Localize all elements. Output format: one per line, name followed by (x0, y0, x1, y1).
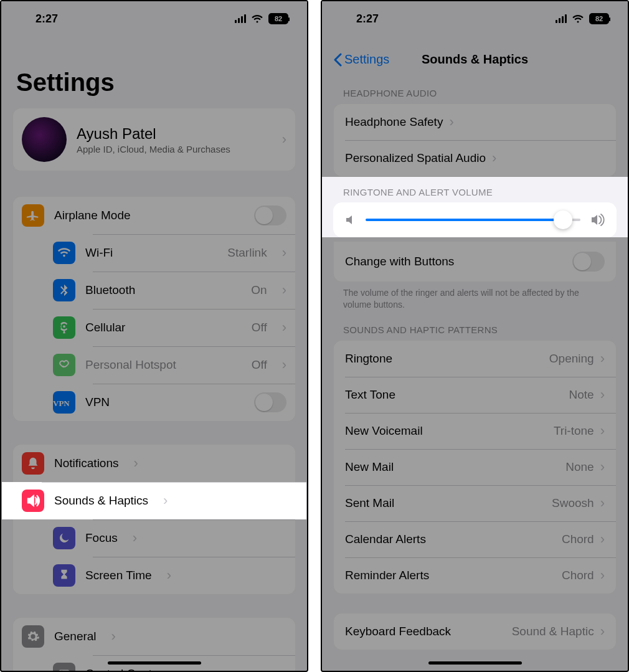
row-label: Airplane Mode (54, 209, 131, 222)
chevron-right-icon: › (111, 628, 116, 645)
chevron-right-icon: › (600, 531, 605, 547)
wifi-icon (572, 14, 584, 24)
row-label: Headphone Safety (345, 115, 443, 129)
switches-icon (53, 663, 75, 672)
hourglass-icon (53, 564, 75, 587)
row-new-voicemail[interactable]: New VoicemailTri-tone› (334, 413, 616, 449)
row-value: None (565, 460, 594, 474)
change-buttons-footer: The volume of the ringer and alerts will… (322, 282, 628, 311)
toggle[interactable] (254, 206, 286, 225)
chevron-right-icon: › (167, 567, 171, 584)
volume-high-icon (590, 214, 605, 226)
row-personalized-spatial-audio[interactable]: Personalized Spatial Audio› (334, 140, 616, 176)
chevron-right-icon: › (600, 423, 605, 439)
bell-icon (22, 452, 44, 475)
antenna-icon (53, 316, 75, 339)
row-headphone-safety[interactable]: Headphone Safety› (334, 104, 616, 140)
toggle[interactable] (254, 392, 286, 412)
chevron-right-icon: › (282, 319, 286, 336)
connectivity-group: Airplane ModeWi-FiStarlink›BluetoothOn›C… (12, 196, 296, 422)
chevron-right-icon: › (600, 351, 605, 367)
settings-row-personal-hotspot[interactable]: Personal HotspotOff› (53, 346, 295, 384)
chevron-right-icon: › (163, 493, 168, 509)
row-reminder-alerts[interactable]: Reminder AlertsChord› (334, 557, 616, 594)
chevron-right-icon: › (600, 387, 605, 403)
settings-row-cellular[interactable]: CellularOff› (53, 309, 295, 346)
system-group: Notifications›Sounds & Haptics›Focus›Scr… (12, 444, 296, 595)
row-label: New Mail (345, 460, 394, 474)
row-value: Off (252, 321, 267, 334)
chevron-right-icon: › (600, 459, 605, 475)
headphone-audio-header: HEADPHONE AUDIO (322, 74, 628, 103)
row-value: Starlink (227, 246, 267, 260)
row-label: New Voicemail (345, 424, 423, 438)
settings-row-notifications[interactable]: Notifications› (13, 445, 295, 482)
change-buttons-toggle[interactable] (572, 252, 605, 272)
profile-subtitle: Apple ID, iCloud, Media & Purchases (77, 144, 230, 154)
row-ringtone[interactable]: RingtoneOpening› (334, 341, 616, 377)
back-label: Settings (344, 52, 389, 67)
chevron-right-icon: › (134, 455, 138, 471)
settings-row-focus[interactable]: Focus› (53, 519, 295, 557)
chevron-right-icon: › (282, 131, 286, 148)
row-label: Reminder Alerts (345, 569, 429, 582)
battery-icon: 82 (268, 13, 288, 24)
status-icons: 82 (556, 13, 609, 24)
svg-text:VPN: VPN (53, 399, 70, 408)
chevron-right-icon: › (133, 530, 137, 546)
change-with-buttons-row[interactable]: Change with Buttons (334, 242, 616, 282)
row-label: VPN (85, 395, 110, 409)
row-label: Personal Hotspot (85, 358, 176, 372)
keyboard-feedback-row[interactable]: Keyboard Feedback Sound & Haptic › (334, 613, 616, 650)
airplane-icon (22, 204, 44, 227)
chevron-right-icon: › (449, 114, 453, 130)
chevron-right-icon: › (282, 282, 286, 298)
settings-row-wi-fi[interactable]: Wi-FiStarlink› (53, 234, 295, 272)
settings-row-vpn[interactable]: VPNVPN (53, 384, 295, 421)
row-text-tone[interactable]: Text ToneNote› (334, 377, 616, 413)
row-value: Chord (562, 532, 594, 546)
row-label: Sounds & Haptics (54, 494, 148, 508)
status-time: 2:27 (356, 12, 379, 26)
chevron-right-icon: › (492, 150, 496, 166)
settings-row-bluetooth[interactable]: BluetoothOn› (53, 272, 295, 309)
volume-slider[interactable] (366, 219, 580, 221)
patterns-group: RingtoneOpening›Text ToneNote›New Voicem… (333, 340, 617, 594)
chevron-right-icon: › (282, 245, 286, 261)
row-label: Personalized Spatial Audio (345, 151, 486, 165)
profile-card[interactable]: Ayush Patel Apple ID, iCloud, Media & Pu… (12, 108, 296, 171)
row-sent-mail[interactable]: Sent MailSwoosh› (334, 485, 616, 521)
cellular-signal-icon (556, 14, 567, 23)
back-button[interactable]: Settings (333, 52, 389, 67)
wifi-icon (53, 242, 75, 264)
settings-row-airplane-mode[interactable]: Airplane Mode (13, 197, 295, 234)
moon-icon (53, 527, 75, 549)
row-new-mail[interactable]: New MailNone› (334, 449, 616, 485)
row-value: Tri-tone (554, 424, 594, 438)
settings-row-general[interactable]: General› (13, 618, 295, 655)
row-value: Opening (549, 352, 594, 366)
row-value: Chord (562, 569, 594, 582)
chevron-right-icon: › (282, 357, 286, 373)
row-label: Screen Time (85, 569, 152, 582)
row-calendar-alerts[interactable]: Calendar AlertsChord› (334, 521, 616, 557)
gear-icon (22, 625, 44, 648)
row-label: Cellular (85, 321, 125, 334)
battery-icon: 82 (589, 13, 609, 24)
row-label: Sent Mail (345, 496, 394, 510)
row-label: Keyboard Feedback (345, 625, 451, 638)
row-label: Bluetooth (85, 283, 135, 297)
page-title: Settings (1, 32, 307, 108)
row-label: Focus (85, 531, 118, 545)
settings-row-sounds-haptics[interactable]: Sounds & Haptics› (2, 482, 306, 519)
nav-bar: Settings Sounds & Haptics (322, 32, 628, 74)
status-icons: 82 (235, 13, 288, 24)
row-label: Calendar Alerts (345, 532, 426, 546)
settings-row-screen-time[interactable]: Screen Time› (53, 557, 295, 594)
status-bar: 2:27 82 (322, 1, 628, 32)
slider-thumb[interactable] (554, 211, 572, 229)
row-label: Ringtone (345, 352, 392, 366)
chevron-right-icon: › (600, 495, 605, 511)
wifi-icon (251, 14, 263, 24)
row-label: Text Tone (345, 388, 395, 402)
